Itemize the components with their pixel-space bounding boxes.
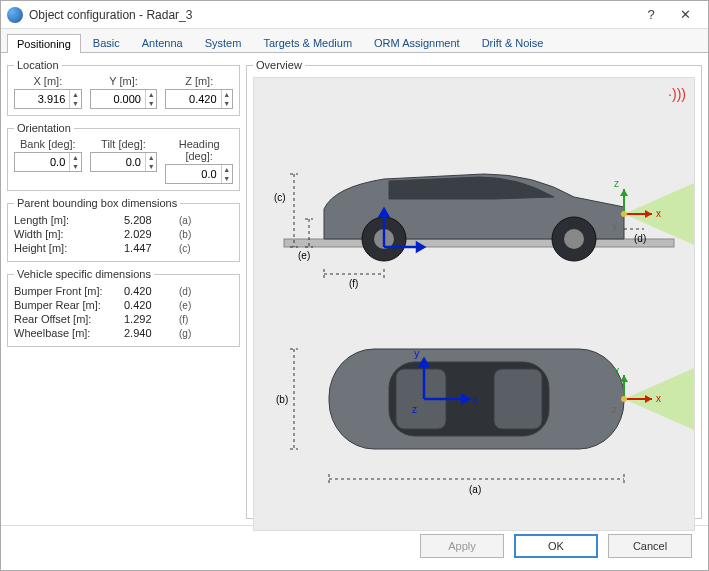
svg-text:(b): (b) — [276, 394, 288, 405]
svg-text:(d): (d) — [634, 233, 646, 244]
tab-targets-medium[interactable]: Targets & Medium — [253, 33, 362, 52]
dim-label: Height [m]: — [14, 242, 124, 254]
orientation-group: Orientation Bank [deg]: ▲▼ Tilt [deg]: — [7, 122, 240, 191]
svg-text:y: y — [414, 347, 420, 359]
svg-point-15 — [621, 211, 627, 217]
tab-positioning[interactable]: Positioning — [7, 34, 81, 53]
dim-value: 0.420 — [124, 299, 179, 311]
dim-tag: (c) — [179, 243, 233, 254]
vehicle-diagram: ·))) — [253, 77, 695, 531]
overview-group: Overview ·))) — [246, 59, 702, 519]
dialog-window: Object configuration - Radar_3 ? ✕ Posit… — [0, 0, 709, 571]
dim-value: 1.292 — [124, 313, 179, 325]
svg-text:(c): (c) — [274, 192, 286, 203]
svg-text:x: x — [472, 393, 478, 405]
parent-box-group: Parent bounding box dimensions Length [m… — [7, 197, 240, 262]
svg-point-48 — [621, 396, 627, 402]
dim-label: Bumper Rear [m]: — [14, 299, 124, 311]
location-z-value[interactable] — [166, 90, 220, 108]
location-title: Location — [14, 59, 62, 71]
dim-value: 5.208 — [124, 214, 179, 226]
orientation-tilt-label: Tilt [deg]: — [90, 138, 158, 150]
svg-text:y: y — [612, 220, 617, 231]
tab-antenna[interactable]: Antenna — [132, 33, 193, 52]
parent-box-title: Parent bounding box dimensions — [14, 197, 180, 209]
dim-value: 0.420 — [124, 285, 179, 297]
tab-bar: Positioning Basic Antenna System Targets… — [1, 29, 708, 53]
location-x-value[interactable] — [15, 90, 69, 108]
orientation-tilt-value[interactable] — [91, 153, 145, 171]
location-y-value[interactable] — [91, 90, 145, 108]
svg-text:x: x — [656, 208, 661, 219]
dim-tag: (d) — [179, 286, 233, 297]
orientation-heading-input[interactable]: ▲▼ — [165, 164, 233, 184]
vehicle-dims-group: Vehicle specific dimensions Bumper Front… — [7, 268, 240, 347]
svg-text:z: z — [612, 404, 617, 415]
cancel-button[interactable]: Cancel — [608, 534, 692, 558]
svg-text:z: z — [614, 178, 619, 189]
orientation-bank-label: Bank [deg]: — [14, 138, 82, 150]
orientation-bank-input[interactable]: ▲▼ — [14, 152, 82, 172]
help-button[interactable]: ? — [634, 4, 668, 26]
location-z-input[interactable]: ▲▼ — [165, 89, 233, 109]
ok-button[interactable]: OK — [514, 534, 598, 558]
svg-point-6 — [564, 229, 584, 249]
spinner-arrows[interactable]: ▲▼ — [69, 90, 80, 108]
location-z-label: Z [m]: — [165, 75, 233, 87]
diagram-svg: x z y (c) (e) — [254, 78, 694, 530]
dim-row: Wheelbase [m]:2.940(g) — [14, 326, 233, 340]
vehicle-dims-title: Vehicle specific dimensions — [14, 268, 154, 280]
dim-row: Height [m]:1.447(c) — [14, 241, 233, 255]
svg-text:z: z — [412, 404, 417, 415]
radar-emit-icon: ·))) — [668, 86, 686, 102]
dim-label: Width [m]: — [14, 228, 124, 240]
spinner-arrows[interactable]: ▲▼ — [221, 165, 232, 183]
svg-text:y: y — [614, 365, 619, 376]
dim-row: Rear Offset [m]:1.292(f) — [14, 312, 233, 326]
dim-label: Bumper Front [m]: — [14, 285, 124, 297]
spinner-arrows[interactable]: ▲▼ — [145, 153, 156, 171]
orientation-heading-value[interactable] — [166, 165, 220, 183]
app-icon — [7, 7, 23, 23]
dim-tag: (a) — [179, 215, 233, 226]
left-panel: Location X [m]: ▲▼ Y [m]: ▲▼ — [7, 59, 240, 519]
svg-text:x: x — [656, 393, 661, 404]
orientation-bank-value[interactable] — [15, 153, 69, 171]
svg-rect-36 — [494, 369, 542, 429]
apply-button[interactable]: Apply — [420, 534, 504, 558]
tab-drift-noise[interactable]: Drift & Noise — [472, 33, 554, 52]
close-button[interactable]: ✕ — [668, 4, 702, 26]
dim-value: 2.940 — [124, 327, 179, 339]
spinner-arrows[interactable]: ▲▼ — [221, 90, 232, 108]
orientation-heading-label: Heading [deg]: — [165, 138, 233, 162]
svg-text:(a): (a) — [469, 484, 481, 495]
dim-value: 1.447 — [124, 242, 179, 254]
dim-value: 2.029 — [124, 228, 179, 240]
dim-label: Length [m]: — [14, 214, 124, 226]
dim-tag: (b) — [179, 229, 233, 240]
svg-text:(f): (f) — [349, 278, 358, 289]
orientation-title: Orientation — [14, 122, 74, 134]
title-bar: Object configuration - Radar_3 ? ✕ — [1, 1, 708, 29]
dim-label: Rear Offset [m]: — [14, 313, 124, 325]
spinner-arrows[interactable]: ▲▼ — [145, 90, 156, 108]
orientation-tilt-input[interactable]: ▲▼ — [90, 152, 158, 172]
content-area: Location X [m]: ▲▼ Y [m]: ▲▼ — [1, 53, 708, 525]
tab-basic[interactable]: Basic — [83, 33, 130, 52]
location-group: Location X [m]: ▲▼ Y [m]: ▲▼ — [7, 59, 240, 116]
dim-label: Wheelbase [m]: — [14, 327, 124, 339]
dim-tag: (f) — [179, 314, 233, 325]
location-x-input[interactable]: ▲▼ — [14, 89, 82, 109]
svg-rect-2 — [284, 239, 674, 247]
location-y-input[interactable]: ▲▼ — [90, 89, 158, 109]
dim-row: Bumper Front [m]:0.420(d) — [14, 284, 233, 298]
tab-system[interactable]: System — [195, 33, 252, 52]
dim-row: Bumper Rear [m]:0.420(e) — [14, 298, 233, 312]
svg-text:(e): (e) — [298, 250, 310, 261]
dim-row: Length [m]:5.208(a) — [14, 213, 233, 227]
dim-tag: (e) — [179, 300, 233, 311]
tab-orm-assignment[interactable]: ORM Assignment — [364, 33, 470, 52]
location-x-label: X [m]: — [14, 75, 82, 87]
spinner-arrows[interactable]: ▲▼ — [69, 153, 80, 171]
svg-marker-14 — [620, 189, 628, 196]
